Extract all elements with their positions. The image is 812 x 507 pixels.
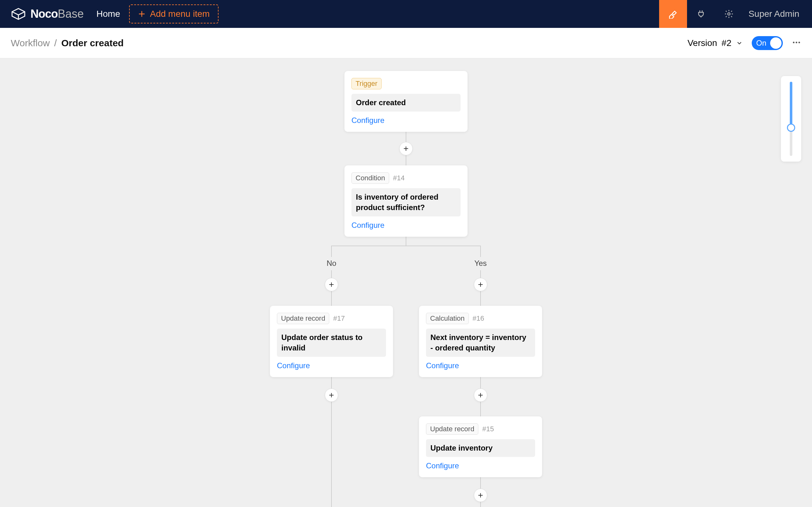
svg-point-0 — [728, 13, 730, 15]
node-condition-configure[interactable]: Configure — [351, 221, 461, 230]
node-tag-update-right: Update record — [426, 424, 478, 435]
add-node-yes-after-button[interactable]: + — [474, 489, 487, 502]
node-tag-calc: Calculation — [426, 313, 469, 324]
add-node-no-button[interactable]: + — [325, 278, 338, 291]
nav-home[interactable]: Home — [96, 9, 120, 19]
user-menu[interactable]: Super Admin — [749, 9, 799, 19]
add-menu-item-button[interactable]: Add menu item — [129, 4, 218, 23]
nav-actions: Super Admin — [659, 0, 801, 28]
more-actions-button[interactable] — [792, 38, 801, 49]
breadcrumb: Workflow / Order created — [11, 38, 124, 49]
svg-point-2 — [796, 42, 798, 43]
svg-point-3 — [798, 42, 800, 43]
version-selector[interactable]: Version #2 — [687, 38, 743, 48]
toggle-knob — [770, 38, 781, 49]
sub-header: Workflow / Order created Version #2 On — [0, 28, 812, 58]
breadcrumb-root[interactable]: Workflow — [11, 38, 50, 49]
branch-no-label: No — [327, 259, 337, 268]
node-tag-condition: Condition — [351, 172, 389, 184]
node-update-right-title[interactable]: Update inventory — [426, 439, 535, 457]
node-update-right-num: #15 — [482, 425, 494, 433]
zoom-handle[interactable] — [787, 124, 795, 132]
branch-no: No + Update record #17 Update order stat… — [257, 245, 406, 507]
ellipsis-icon — [792, 38, 801, 47]
gear-icon — [724, 9, 734, 19]
plugin-manager-button[interactable] — [687, 0, 715, 28]
node-tag-trigger: Trigger — [351, 78, 382, 89]
add-menu-item-label: Add menu item — [150, 9, 210, 19]
node-condition-num: #14 — [393, 174, 405, 182]
add-node-button[interactable]: + — [399, 142, 413, 155]
branch-yes: Yes + Calculation #16 Next inventory = i… — [406, 245, 555, 507]
workflow-canvas[interactable]: Trigger Order created Configure + Condit… — [0, 58, 812, 507]
page-title: Order created — [61, 38, 124, 49]
add-node-yes-mid-button[interactable]: + — [474, 389, 487, 402]
add-node-no-after-button[interactable]: + — [325, 389, 338, 402]
node-condition-title[interactable]: Is inventory of ordered product sufficie… — [351, 188, 461, 216]
node-update-right-configure[interactable]: Configure — [426, 461, 535, 470]
svg-point-1 — [793, 42, 795, 43]
node-update-left-configure[interactable]: Configure — [277, 361, 386, 370]
workflow-enabled-toggle[interactable]: On — [752, 36, 783, 50]
node-condition[interactable]: Condition #14 Is inventory of ordered pr… — [345, 165, 467, 237]
toggle-label: On — [756, 39, 766, 48]
node-update-left-title[interactable]: Update order status to invalid — [277, 329, 386, 357]
settings-button[interactable] — [715, 0, 743, 28]
zoom-panel — [781, 76, 801, 162]
add-node-yes-button[interactable]: + — [474, 278, 487, 291]
node-update-right[interactable]: Update record #15 Update inventory Confi… — [419, 416, 542, 477]
zoom-slider[interactable] — [790, 82, 792, 156]
node-trigger-title[interactable]: Order created — [351, 94, 461, 112]
node-calc-right-configure[interactable]: Configure — [426, 361, 535, 370]
branch-yes-label: Yes — [474, 259, 487, 268]
node-trigger-configure[interactable]: Configure — [351, 116, 461, 125]
node-update-left[interactable]: Update record #17 Update order status to… — [270, 306, 393, 377]
node-trigger[interactable]: Trigger Order created Configure — [345, 71, 467, 132]
version-label: Version — [687, 38, 717, 48]
logo-text-bold: Noco — [31, 7, 58, 20]
workflow-flow: Trigger Order created Configure + Condit… — [257, 71, 555, 507]
version-value: #2 — [722, 38, 731, 48]
logo: NocoBase — [11, 7, 84, 20]
chevron-down-icon — [736, 40, 743, 47]
top-nav: NocoBase Home Add menu item Super Admin — [0, 0, 812, 28]
breadcrumb-separator: / — [54, 38, 57, 49]
plug-icon — [696, 9, 706, 19]
node-update-left-num: #17 — [333, 314, 345, 323]
node-tag-update-left: Update record — [277, 313, 329, 324]
logo-icon — [11, 8, 26, 20]
logo-text-light: Base — [58, 7, 84, 20]
plus-icon — [138, 10, 146, 18]
node-calc-right[interactable]: Calculation #16 Next inventory = invento… — [419, 306, 542, 377]
node-calc-right-num: #16 — [473, 314, 484, 323]
node-calc-right-title[interactable]: Next inventory = inventory - ordered qua… — [426, 329, 535, 357]
branch-top-connector — [332, 245, 480, 246]
zoom-fill — [790, 82, 792, 128]
design-mode-button[interactable] — [659, 0, 687, 28]
highlighter-icon — [668, 9, 678, 19]
